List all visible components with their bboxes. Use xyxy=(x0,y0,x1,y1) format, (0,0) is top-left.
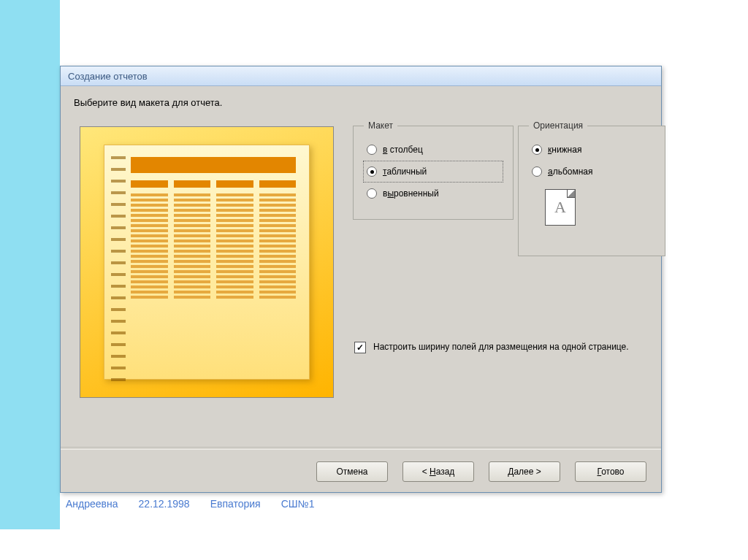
radio-layout-columnar[interactable]: в столбец xyxy=(364,139,503,160)
bg-col-1: Андреевна xyxy=(66,498,118,510)
radio-icon xyxy=(532,166,542,177)
fit-width-checkbox[interactable]: Настроить ширину полей для размещения на… xyxy=(354,341,639,353)
radio-icon xyxy=(367,188,377,199)
slide-left-stripe xyxy=(0,0,60,529)
radio-label: выровненный xyxy=(383,188,439,199)
radio-label: книжная xyxy=(548,145,581,155)
bg-col-3: Евпатория xyxy=(210,498,261,510)
checkbox-icon xyxy=(354,342,366,353)
dialog-titlebar[interactable]: Создание отчетов xyxy=(61,66,661,86)
footer-separator xyxy=(61,447,661,450)
slide-background: Андреевна 22.12.1998 Евпатория СШ№1 Созд… xyxy=(0,0,748,560)
dialog-title: Создание отчетов xyxy=(68,71,148,82)
radio-label: в столбец xyxy=(383,145,423,155)
report-wizard-dialog: Создание отчетов Выберите вид макета для… xyxy=(60,66,662,493)
radio-orientation-landscape[interactable]: альбомная xyxy=(529,161,654,182)
layout-legend: Макет xyxy=(364,120,397,131)
radio-orientation-portrait[interactable]: книжная xyxy=(529,139,654,160)
fit-width-label: Настроить ширину полей для размещения на… xyxy=(373,341,629,353)
layout-group: Макет в столбец табличный выровненный xyxy=(353,120,514,220)
radio-icon xyxy=(367,145,377,155)
dialog-body: Выберите вид макета для отчета. xyxy=(61,85,661,492)
radio-label: табличный xyxy=(383,166,427,177)
orientation-preview-icon: A xyxy=(545,189,576,226)
orientation-glyph: A xyxy=(554,198,566,217)
radio-icon xyxy=(532,145,542,155)
layout-preview xyxy=(80,126,334,398)
instruction-text: Выберите вид макета для отчета. xyxy=(74,97,222,108)
background-data-row: Андреевна 22.12.1998 Евпатория СШ№1 xyxy=(66,498,314,510)
radio-layout-justified[interactable]: выровненный xyxy=(364,183,503,204)
bg-col-4: СШ№1 xyxy=(281,498,315,510)
cancel-button[interactable]: Отмена xyxy=(316,461,388,482)
orientation-group: Ориентация книжная альбомная A xyxy=(518,120,665,256)
report-page-preview xyxy=(104,145,310,380)
radio-label: альбомная xyxy=(548,166,593,177)
page-fold-icon xyxy=(567,190,575,198)
next-button[interactable]: Далее > xyxy=(489,461,560,482)
finish-button[interactable]: Готово xyxy=(575,461,646,482)
back-button[interactable]: < Назад xyxy=(402,461,474,482)
orientation-legend: Ориентация xyxy=(529,120,587,131)
spiral-binding-icon xyxy=(111,156,126,390)
radio-icon xyxy=(367,166,377,177)
wizard-button-row: Отмена < Назад Далее > Готово xyxy=(316,461,646,482)
bg-col-2: 22.12.1998 xyxy=(139,498,190,510)
radio-layout-tabular[interactable]: табличный xyxy=(364,161,503,182)
